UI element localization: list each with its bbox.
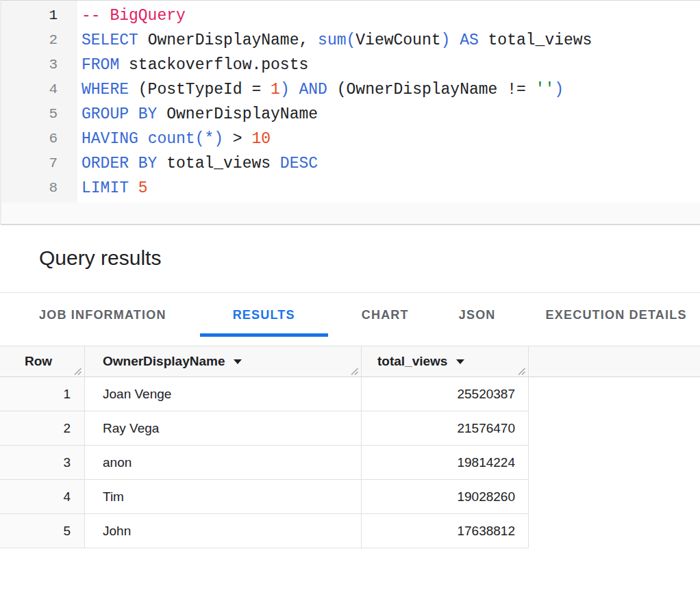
row-number-cell: 5	[0, 514, 85, 548]
owner-display-name-cell: Joan Venge	[85, 377, 362, 411]
code-token-id	[129, 179, 138, 197]
column-sort-dropdown-icon[interactable]	[456, 359, 464, 364]
code-line: GROUP BY OwnerDisplayName	[82, 102, 700, 127]
column-resize-grip-icon[interactable]	[516, 366, 526, 376]
code-token-kw: GROUP BY	[82, 105, 157, 123]
code-token-kw: sum(	[318, 31, 355, 49]
column-header-ownerdisplayname: OwnerDisplayName	[85, 346, 362, 376]
code-token-kw: LIMIT	[82, 179, 129, 197]
code-token-id: (PostTypeId =	[129, 81, 271, 99]
column-header-label: OwnerDisplayName	[103, 354, 225, 369]
query-results-section: Query results	[0, 225, 700, 293]
code-line: HAVING count(*) > 10	[82, 127, 700, 151]
table-row: 4Tim19028260	[0, 480, 700, 514]
code-token-kw: )	[554, 81, 564, 99]
query-results-title: Query results	[0, 225, 700, 270]
line-number: 8	[1, 176, 77, 201]
owner-display-name-cell: anon	[85, 446, 362, 480]
code-token-kw: DESC	[280, 155, 318, 172]
line-number: 7	[1, 151, 77, 176]
results-tab-bar: JOB INFORMATIONRESULTSCHARTJSONEXECUTION…	[0, 293, 700, 337]
line-number: 2	[1, 28, 77, 53]
editor-footer-strip	[1, 203, 700, 225]
code-token-kw: )	[441, 31, 451, 49]
code-token-id: OwnerDisplayName,	[138, 31, 318, 49]
code-line: ORDER BY total_views DESC	[82, 151, 700, 176]
code-token-kw: HAVING	[82, 130, 138, 148]
row-number-cell: 2	[0, 411, 85, 446]
table-row: 2Ray Vega21576470	[0, 411, 700, 446]
total-views-cell: 17638812	[362, 514, 529, 548]
code-line: -- BigQuery	[82, 3, 700, 28]
sql-code-area[interactable]: -- BigQuerySELECT OwnerDisplayName, sum(…	[77, 1, 700, 203]
code-token-num: 1	[271, 81, 280, 99]
code-token-id	[290, 81, 299, 99]
code-token-kw: SELECT	[82, 31, 138, 49]
results-table-body: 1Joan Venge255203872Ray Vega215764703ano…	[0, 377, 700, 548]
code-token-kw: )	[280, 81, 290, 99]
line-number: 6	[1, 127, 77, 151]
column-header-label: Row	[25, 354, 52, 369]
total-views-cell: 19814224	[362, 446, 529, 480]
table-row: 1Joan Venge25520387	[0, 377, 700, 411]
owner-display-name-cell: Ray Vega	[85, 411, 362, 446]
owner-display-name-cell: John	[85, 514, 362, 548]
line-number: 1	[1, 3, 77, 28]
code-token-id: stackoverflow.posts	[119, 56, 308, 74]
tab-job-information[interactable]: JOB INFORMATION	[23, 293, 183, 337]
code-token-str: ''	[536, 81, 555, 99]
code-token-kw: FROM	[82, 56, 119, 74]
owner-display-name-cell: Tim	[85, 480, 362, 514]
row-number-cell: 3	[0, 446, 85, 480]
code-line: FROM stackoverflow.posts	[82, 53, 700, 77]
column-resize-grip-icon[interactable]	[349, 366, 359, 376]
column-resize-grip-icon[interactable]	[73, 366, 82, 376]
tabbar-gap	[0, 337, 700, 346]
code-token-id: >	[223, 130, 251, 148]
line-number: 4	[1, 77, 77, 102]
total-views-cell: 19028260	[362, 480, 529, 514]
code-token-num: 5	[138, 179, 148, 197]
column-header-row: Row	[0, 346, 85, 376]
code-token-kw: count(*)	[148, 130, 223, 148]
code-token-kw: ORDER BY	[82, 155, 157, 172]
code-line: WHERE (PostTypeId = 1) AND (OwnerDisplay…	[82, 77, 700, 102]
code-token-kw: AND	[299, 81, 327, 99]
code-token-id: OwnerDisplayName	[157, 105, 318, 123]
line-number-gutter: 12345678	[1, 1, 77, 203]
column-sort-dropdown-icon[interactable]	[234, 359, 242, 364]
code-line: LIMIT 5	[82, 176, 700, 201]
tab-execution-details[interactable]: EXECUTION DETAILS	[529, 293, 700, 337]
code-token-num: 10	[251, 130, 271, 148]
total-views-cell: 21576470	[362, 411, 529, 446]
column-header-label: total_views	[377, 354, 447, 369]
column-header-filler	[529, 346, 700, 376]
code-token-cmt: -- BigQuery	[82, 7, 186, 25]
code-token-id: (OwnerDisplayName !=	[327, 81, 536, 99]
total-views-cell: 25520387	[362, 377, 529, 411]
code-token-kw: WHERE	[82, 81, 129, 99]
code-token-id: total_views	[479, 31, 592, 49]
code-token-id: total_views	[157, 155, 279, 172]
tab-json[interactable]: JSON	[442, 293, 512, 337]
line-number: 5	[1, 102, 77, 127]
tab-chart[interactable]: CHART	[345, 293, 425, 337]
line-number: 3	[1, 53, 77, 77]
sql-editor-content[interactable]: 12345678 -- BigQuerySELECT OwnerDisplayN…	[1, 1, 700, 203]
row-number-cell: 1	[0, 377, 85, 411]
code-token-id	[450, 31, 460, 49]
sql-editor[interactable]: 12345678 -- BigQuerySELECT OwnerDisplayN…	[0, 0, 700, 225]
code-token-id: ViewCount	[355, 31, 440, 49]
results-table: RowOwnerDisplayNametotal_views 1Joan Ven…	[0, 346, 700, 548]
code-token-kw: AS	[460, 31, 479, 49]
column-header-total_views: total_views	[362, 346, 529, 376]
code-line: SELECT OwnerDisplayName, sum(ViewCount) …	[82, 28, 700, 53]
tab-results[interactable]: RESULTS	[200, 293, 328, 337]
results-table-header: RowOwnerDisplayNametotal_views	[0, 346, 700, 377]
table-row: 3anon19814224	[0, 446, 700, 480]
code-token-id	[138, 130, 148, 148]
row-number-cell: 4	[0, 480, 85, 514]
table-row: 5John17638812	[0, 514, 700, 548]
